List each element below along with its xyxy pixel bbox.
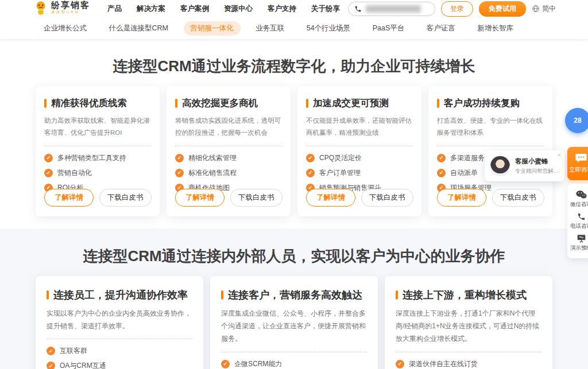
bullet-item: ✓互联客群 (47, 346, 192, 356)
card-desc: 助力高效率获取线索、智能差异化潜客培育、优化广告提升ROI (44, 115, 151, 139)
nav-item-resources[interactable]: 资源中心 (224, 4, 253, 14)
detail-button[interactable]: 了解详情 (175, 189, 225, 207)
subnav-item-testimonials[interactable]: 客户证言 (420, 21, 462, 36)
bullet-list: ✓渠道伙伴自主在线订货 ✓营销活动与费用在线核销 ✓上下游深度协作 (396, 359, 541, 369)
agent-avatar (490, 156, 510, 176)
card-title-row: 加速成交更可预测 (306, 97, 413, 110)
whitepaper-button[interactable]: 下载白皮书 (230, 189, 283, 207)
demo-icon (577, 234, 586, 243)
card-title-row: 客户成功持续复购 (437, 97, 544, 110)
bullet-item: ✓CPQ灵活定价 (306, 153, 413, 163)
title-marker (44, 99, 47, 108)
subnav-item-business-connect[interactable]: 业务互联 (249, 21, 291, 36)
phone-icon (577, 212, 586, 221)
close-icon[interactable]: × (558, 152, 561, 158)
login-button[interactable]: 登录 (441, 1, 473, 17)
detail-button[interactable]: 了解详情 (44, 189, 94, 207)
phone-pill[interactable] (348, 2, 435, 16)
bullet-label: 标准化销售流程 (188, 168, 237, 178)
divider (44, 146, 151, 146)
nav-item-solutions[interactable]: 解决方案 (137, 4, 165, 14)
card-title: 客户成功持续复购 (444, 97, 520, 110)
bullet-label: 精细化线索管理 (188, 153, 237, 163)
check-icon: ✓ (437, 154, 446, 162)
title-marker (221, 290, 223, 300)
phone-icon (354, 5, 362, 13)
card-connect-employees: 连接员工，提升沟通协作效率 实现以客户为中心的企业内全员高效业务协作，提升销售、… (36, 276, 203, 369)
brand-logo[interactable]: 纷享销客 连接型CRM (33, 1, 90, 15)
whitepaper-button[interactable]: 下载白皮书 (361, 189, 413, 207)
subnav-item-growth-formula[interactable]: 企业增长公式 (37, 21, 94, 36)
check-icon: ✓ (47, 347, 55, 355)
language-label: 简中 (542, 4, 556, 14)
brand-name: 纷享销客 (51, 1, 90, 9)
check-icon: ✓ (221, 360, 230, 368)
whitepaper-button[interactable]: 下载白皮书 (492, 189, 544, 207)
check-icon: ✓ (306, 154, 315, 162)
nav-item-products[interactable]: 产品 (107, 4, 122, 14)
card-title: 连接员工，提升沟通协作效率 (53, 288, 188, 302)
bullet-label: 企微SCRM能力 (234, 359, 282, 369)
card-deals: 加速成交更可预测 不仅能提升成单效率，还能智能评估商机赢率，精准预测业绩 ✓CP… (297, 86, 421, 216)
card-title-row: 连接上下游，重构增长模式 (396, 288, 541, 302)
wechat-consult[interactable]: 微信咨询 (570, 190, 588, 208)
bullet-list: ✓CPQ灵活定价 ✓客户订单管理 ✓销售预测与销售漏斗 (306, 153, 413, 193)
check-icon: ✓ (44, 154, 53, 162)
bullet-list: ✓企微SCRM能力 ✓微信公众号和小程序 ✓多渠道的客户服务接入 (221, 359, 367, 369)
section2-cards: 连接员工，提升沟通协作效率 实现以客户为中心的企业内全员高效业务协作，提升销售、… (0, 276, 588, 369)
bee-mascot-icon (33, 1, 48, 15)
card-desc: 实现以客户为中心的企业内全员高效业务协作，提升销售、渠道打单效率。 (47, 307, 192, 332)
demo-booking[interactable]: 演示预约 (570, 234, 588, 252)
nav-item-support[interactable]: 客户支持 (268, 4, 296, 14)
wechat-icon (576, 190, 587, 199)
globe-icon (532, 5, 540, 13)
subnav-item-marketing-sales-service[interactable]: 营销服一体化 (184, 21, 241, 36)
whitepaper-button[interactable]: 下载白皮书 (99, 189, 152, 207)
nav-item-cases[interactable]: 客户案例 (180, 4, 209, 14)
card-title-row: 连接客户，营销服务高效触达 (221, 288, 367, 302)
section-digitalization: 连接型CRM通过业务流程数字化，助力企业可持续增长 精准获得优质线索 助力高效率… (0, 39, 588, 216)
free-trial-button[interactable]: 免费试用 (479, 1, 526, 17)
page: 纷享销客 连接型CRM 产品 解决方案 客户案例 资源中心 客户支持 关于纷享 … (0, 0, 588, 369)
main-nav: 产品 解决方案 客户案例 资源中心 客户支持 关于纷享 (107, 4, 340, 14)
bullet-item: ✓企微SCRM能力 (221, 359, 367, 369)
subnav-item-paas[interactable]: PaaS平台 (366, 21, 412, 36)
check-icon: ✓ (437, 169, 446, 177)
check-icon: ✓ (396, 360, 404, 368)
subnav-item-industry-scenes[interactable]: 54个行业场景 (300, 21, 357, 36)
card-desc: 深度集成企业微信、公众号、小程序，并整合多个沟通渠道，让企业直连客户，便捷开展营… (221, 307, 367, 345)
language-selector[interactable]: 简中 (532, 4, 556, 14)
consult-now-button[interactable]: 立即咨询 (567, 147, 588, 180)
card-title: 连接客户，营销服务高效触达 (228, 288, 362, 302)
card-desc: 不仅能提升成单效率，还能智能评估商机赢率，精准预测业绩 (306, 115, 413, 139)
top-bar-right: 登录 免费试用 简中 (348, 1, 556, 17)
subnav-item-growth-library[interactable]: 新增长智库 (470, 21, 520, 36)
bullet-item: ✓标准化销售流程 (175, 168, 282, 178)
chat-agent-name: 客服小蜜蜂 (515, 157, 559, 166)
nav-item-about[interactable]: 关于纷享 (311, 4, 340, 14)
check-icon: ✓ (175, 169, 184, 177)
card-desc: 深度连接上下游业务，打通1个厂家和N个代理商/经销商的1+N业务连接模式，可通过… (396, 307, 541, 345)
subnav-item-what-is-crm[interactable]: 什么是连接型CRM (102, 21, 175, 36)
chat-popup: 客服小蜜蜂 专业顾问帮您解答问题... × (485, 150, 564, 181)
demo-booking-label: 演示预约 (570, 244, 588, 252)
title-marker (396, 290, 398, 300)
chat-agent-subtitle: 专业顾问帮您解答问题... (515, 168, 559, 175)
chat-bubble-icon (575, 153, 587, 163)
title-marker (175, 99, 177, 108)
check-icon: ✓ (47, 362, 55, 369)
detail-button[interactable]: 了解详情 (437, 189, 486, 207)
bullet-label: 互联客群 (60, 346, 87, 356)
detail-button[interactable]: 了解详情 (306, 189, 355, 207)
phone-consult[interactable]: 电话咨询 (570, 212, 588, 230)
divider (396, 352, 541, 352)
bullet-label: 营销自动化 (57, 168, 92, 178)
card-title-row: 精准获得优质线索 (44, 97, 151, 110)
card-leads: 精准获得优质线索 助力高效率获取线索、智能差异化潜客培育、优化广告提升ROI ✓… (36, 86, 160, 216)
card-connect-customers: 连接客户，营销服务高效触达 深度集成企业微信、公众号、小程序，并整合多个沟通渠道… (210, 276, 378, 369)
notification-badge[interactable]: 28 (565, 108, 588, 133)
wechat-consult-label: 微信咨询 (570, 201, 588, 208)
card-connect-supply-chain: 连接上下游，重构增长模式 深度连接上下游业务，打通1个厂家和N个代理商/经销商的… (385, 276, 552, 369)
card-desc: 将销售成功实践固化进系统，透明可控的阶段推进，把握每一次机会 (175, 115, 282, 139)
bullet-label: 客户订单管理 (319, 168, 361, 178)
